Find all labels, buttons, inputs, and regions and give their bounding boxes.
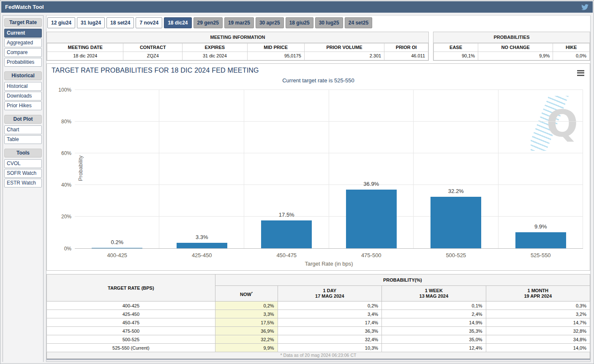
prob-header-hike: HIKE (553, 43, 590, 52)
tab-29-gen25[interactable]: 29 gen25 (193, 17, 223, 28)
prob-cell: 3,4% (278, 310, 382, 318)
x-tick-450-475: 450-475 (244, 252, 329, 258)
chart-slot-400-425: 0.2%400-425 (75, 90, 160, 248)
rate-cell: 500-525 (47, 335, 215, 344)
sidebar-item-cvol[interactable]: CVOL (4, 159, 42, 168)
tab-18-giu25[interactable]: 18 giu25 (286, 17, 313, 28)
chart-menu-icon[interactable] (577, 70, 584, 77)
meeting-header-prior-volume: PRIOR VOLUME (304, 43, 384, 52)
sidebar-section-dot-plot: Dot Plot (4, 115, 42, 124)
prob-cell: 17,4% (278, 318, 382, 327)
prob-cell: 3,3% (215, 310, 278, 318)
sidebar-item-table[interactable]: Table (4, 135, 42, 144)
table-row-450-475: 450-47517,5%17,4%14,9%14,7% (47, 318, 590, 327)
x-tick-425-450: 425-450 (160, 252, 245, 258)
x-tick-525-550: 525-550 (499, 252, 583, 258)
bar-value-label-425-450: 3.3% (160, 234, 245, 240)
prob-cell: 0,1% (382, 302, 486, 310)
data-as-of-footnote: * Data as of 20 mag 2024 06:23:06 CT (46, 352, 590, 359)
y-tick-100: 100% (49, 87, 71, 93)
prob-cell: 32,2% (215, 335, 278, 344)
tab-19-mar25[interactable]: 19 mar25 (224, 17, 254, 28)
meeting-header-mid-price: MID PRICE (247, 43, 304, 52)
bar-value-label-475-500: 36.9% (329, 181, 414, 187)
prob-cell: 32,8% (486, 327, 590, 335)
twitter-icon[interactable] (581, 4, 593, 10)
prob-value-hike: 0,0% (553, 52, 590, 60)
table-row-425-450: 425-4503,3%3,4%2,4%3,2% (47, 310, 590, 318)
y-tick-0: 0% (49, 246, 71, 252)
chart-slot-500-525: 32.2%500-525 (414, 90, 499, 248)
bar-450-475[interactable] (261, 220, 312, 248)
sidebar-item-sofr-watch[interactable]: SOFR Watch (4, 169, 42, 178)
sidebar-item-prior-hikes[interactable]: Prior Hikes (4, 101, 42, 110)
sidebar-item-chart[interactable]: Chart (4, 125, 42, 134)
prob-cell: 9,9% (215, 344, 278, 352)
prob-cell: 14,9% (382, 318, 486, 327)
probabilities-table: EASENO CHANGEHIKE90,1%9,9%0,0% (433, 43, 590, 60)
tab-24-set25[interactable]: 24 set25 (345, 17, 372, 28)
col-header-now: NOW* (215, 286, 278, 302)
sidebar-item-aggregated[interactable]: Aggregated (4, 38, 42, 47)
sidebar-item-historical[interactable]: Historical (4, 82, 42, 91)
prob-cell: 0,2% (278, 302, 382, 310)
table-row-400-425: 400-4250,2%0,2%0,1%0,3% (47, 302, 590, 310)
tab-30-apr25[interactable]: 30 apr25 (256, 17, 284, 28)
col-header-1-day: 1 DAY17 MAG 2024 (278, 286, 382, 302)
prob-cell: 0,3% (486, 302, 590, 310)
sidebar-item-probabilities[interactable]: Probabilities (4, 58, 42, 67)
prob-cell: 35,3% (382, 327, 486, 335)
x-axis-label: Target Rate (in bps) (75, 261, 583, 267)
bar-475-500[interactable] (346, 190, 397, 248)
bar-400-425[interactable] (92, 248, 142, 248)
bar-500-525[interactable] (431, 197, 481, 248)
meeting-information-panel: MEETING INFORMATION MEETING DATECONTRACT… (46, 32, 429, 61)
chart-plot-area: Probability Q 0%20%40%60%80%100%0.2%400-… (75, 90, 583, 249)
sidebar-section-tools: Tools (4, 149, 42, 158)
chart-slot-425-450: 3.3%425-450 (160, 90, 245, 248)
meeting-information-title: MEETING INFORMATION (47, 32, 428, 43)
info-row: MEETING INFORMATION MEETING DATECONTRACT… (46, 32, 590, 61)
sidebar-item-current[interactable]: Current (4, 29, 42, 38)
meeting-value-meeting-date: 18 dic 2024 (47, 52, 123, 60)
prob-cell: 36,9% (215, 327, 278, 335)
chart-slot-475-500: 36.9%475-500 (329, 90, 414, 248)
main-panel: 12 giu2431 lug2418 set247 nov2418 dic242… (46, 15, 591, 362)
tab-18-set24[interactable]: 18 set24 (106, 17, 134, 28)
app-title: FedWatch Tool (1, 4, 44, 10)
prob-header-ease: EASE (434, 43, 478, 52)
sidebar-item-compare[interactable]: Compare (4, 48, 42, 57)
chart-slot-525-550: 9.9%525-550 (499, 90, 583, 248)
prob-cell: 36,3% (278, 327, 382, 335)
y-tick-60: 60% (49, 150, 71, 156)
sidebar-item-downloads[interactable]: Downloads (4, 92, 42, 101)
bar-425-450[interactable] (177, 243, 227, 248)
tab-31-lug24[interactable]: 31 lug24 (77, 17, 105, 28)
tab-7-nov24[interactable]: 7 nov24 (136, 17, 162, 28)
tab-30-lug25[interactable]: 30 lug25 (315, 17, 343, 28)
prob-cell: 35,0% (382, 335, 486, 344)
prob-value-ease: 90,1% (434, 52, 478, 60)
meeting-header-prior-oi: PRIOR OI (384, 43, 428, 52)
sidebar-section-historical: Historical (4, 71, 42, 80)
meeting-header-meeting-date: MEETING DATE (47, 43, 123, 52)
table-row-525-550-current-: 525-550 (Current)9,9%10,3%12,4%14,0% (47, 344, 590, 352)
sidebar: Target RateCurrentAggregatedCompareProba… (3, 15, 44, 362)
meeting-header-contract: CONTRACT (123, 43, 183, 52)
y-tick-80: 80% (49, 119, 71, 125)
chart-title: TARGET RATE PROBABILITIES FOR 18 DIC 202… (52, 67, 259, 74)
probabilities-panel: PROBABILITIES EASENO CHANGEHIKE90,1%9,9%… (433, 32, 590, 61)
title-bar: FedWatch Tool (1, 1, 593, 13)
bar-525-550[interactable] (515, 232, 566, 248)
col-header-1-month: 1 MONTH19 APR 2024 (486, 286, 590, 302)
bottom-strip (46, 359, 590, 361)
prob-cell: 17,5% (215, 318, 278, 327)
probabilities-title: PROBABILITIES (433, 32, 590, 43)
prob-cell: 34,8% (486, 335, 590, 344)
tab-12-giu24[interactable]: 12 giu24 (47, 17, 75, 28)
y-tick-40: 40% (49, 182, 71, 188)
tab-18-dic24[interactable]: 18 dic24 (164, 17, 191, 28)
sidebar-item-estr-watch[interactable]: ESTR Watch (4, 179, 42, 187)
bar-value-label-525-550: 9.9% (499, 223, 583, 230)
meeting-value-expires: 31 dic 2024 (183, 52, 247, 60)
